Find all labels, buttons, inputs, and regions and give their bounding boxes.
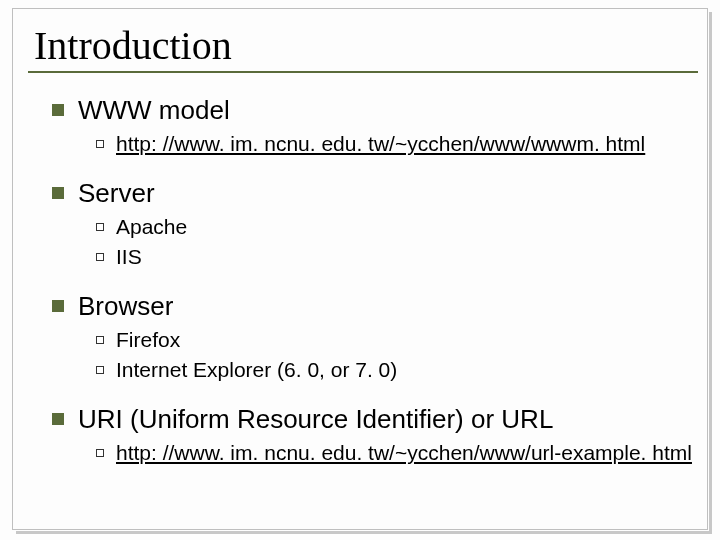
square-bullet-icon: [52, 187, 64, 199]
sub-bullet-text: IIS: [116, 245, 142, 269]
bullet-text: WWW model: [78, 95, 230, 126]
square-bullet-icon: [52, 104, 64, 116]
slide-shadow-bottom: [16, 531, 712, 534]
bullet-browser: Browser: [52, 291, 692, 322]
sub-bullet-firefox: Firefox: [96, 328, 692, 352]
square-bullet-icon: [52, 300, 64, 312]
bullet-server: Server: [52, 178, 692, 209]
sub-bullet-text: Internet Explorer (6. 0, or 7. 0): [116, 358, 397, 382]
hollow-square-bullet-icon: [96, 253, 104, 261]
link-wwwm[interactable]: http: //www. im. ncnu. edu. tw/~ycchen/w…: [116, 132, 645, 156]
sub-bullet-www-link: http: //www. im. ncnu. edu. tw/~ycchen/w…: [96, 132, 692, 156]
link-url-example[interactable]: http: //www. im. ncnu. edu. tw/~ycchen/w…: [116, 441, 692, 465]
sub-bullet-uri-link: http: //www. im. ncnu. edu. tw/~ycchen/w…: [96, 441, 692, 465]
slide-shadow-right: [709, 12, 712, 534]
hollow-square-bullet-icon: [96, 140, 104, 148]
bullet-text: URI (Uniform Resource Identifier) or URL: [78, 404, 553, 435]
hollow-square-bullet-icon: [96, 336, 104, 344]
bullet-uri: URI (Uniform Resource Identifier) or URL: [52, 404, 692, 435]
bullet-text: Browser: [78, 291, 173, 322]
sub-bullet-text: Firefox: [116, 328, 180, 352]
sub-bullet-iis: IIS: [96, 245, 692, 269]
slide-title: Introduction: [34, 22, 692, 69]
hollow-square-bullet-icon: [96, 223, 104, 231]
hollow-square-bullet-icon: [96, 366, 104, 374]
title-underline: [28, 71, 698, 73]
sub-bullet-apache: Apache: [96, 215, 692, 239]
sub-bullet-ie: Internet Explorer (6. 0, or 7. 0): [96, 358, 692, 382]
bullet-www-model: WWW model: [52, 95, 692, 126]
sub-bullet-text: Apache: [116, 215, 187, 239]
hollow-square-bullet-icon: [96, 449, 104, 457]
bullet-text: Server: [78, 178, 155, 209]
square-bullet-icon: [52, 413, 64, 425]
